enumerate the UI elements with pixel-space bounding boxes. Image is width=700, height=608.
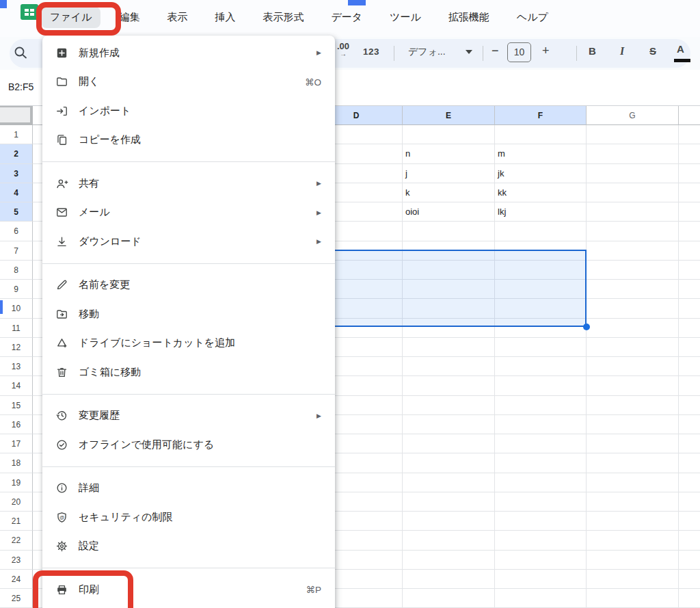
row-header-11[interactable]: 11 [0,319,33,338]
row-header-19[interactable]: 19 [0,473,33,492]
cell[interactable] [679,144,700,163]
menu-item-details[interactable]: 詳細 [42,474,335,503]
row-header-24[interactable]: 24 [0,570,33,589]
menu-item-mail[interactable]: メール▶ [42,198,335,228]
row-header-2[interactable]: 2 [0,144,33,163]
cell-G6[interactable] [587,222,679,241]
font-size-input[interactable]: 10 [507,42,531,62]
cell-G22[interactable] [587,531,679,550]
cell-F6[interactable] [495,222,587,241]
font-size-decrease-button[interactable]: − [492,44,499,58]
cell-F25[interactable] [495,589,587,608]
cell-E22[interactable] [403,531,495,550]
row-header-16[interactable]: 16 [0,415,33,434]
cell[interactable] [679,183,700,202]
menu-item-settings[interactable]: 設定 [42,532,335,561]
cell-F1[interactable] [495,125,587,144]
cell-G13[interactable] [587,357,679,376]
bold-button[interactable]: B [589,45,596,57]
menubar-item-extensions[interactable]: 拡張機能 [440,7,498,28]
cell-F21[interactable] [495,512,587,531]
row-header-7[interactable]: 7 [0,241,33,261]
menubar-item-data[interactable]: データ [322,7,371,28]
cell[interactable] [679,512,700,531]
menubar-item-edit[interactable]: 編集 [110,7,148,28]
name-box[interactable]: B2:F5 [8,81,33,92]
cell-F4[interactable]: kk [495,183,587,202]
cell-E18[interactable] [403,453,495,473]
cell[interactable] [679,299,700,318]
cell-F5[interactable]: lkj [495,202,587,222]
cell[interactable] [679,434,700,453]
cell-G20[interactable] [587,492,679,512]
cell-G18[interactable] [587,453,679,473]
menubar-item-format[interactable]: 表示形式 [254,7,312,28]
cell[interactable] [679,453,700,473]
select-all-corner[interactable] [0,106,33,125]
cell-G4[interactable] [587,183,679,202]
number-format-button[interactable]: 123 [363,47,379,57]
cell-E6[interactable] [403,222,495,241]
cell[interactable] [679,222,700,241]
column-header[interactable] [679,106,700,125]
cell[interactable] [679,241,700,261]
menu-item-drive-shortcut[interactable]: ドライブにショートカットを追加 [42,329,335,358]
row-header-3[interactable]: 3 [0,164,33,183]
row-header-18[interactable]: 18 [0,453,33,473]
cell-E19[interactable] [403,473,495,492]
cell-E14[interactable] [403,376,495,395]
row-header-9[interactable]: 9 [0,280,33,299]
cell-E2[interactable]: n [403,144,495,163]
row-header-17[interactable]: 17 [0,434,33,453]
cell-G11[interactable] [587,319,679,338]
cell-E1[interactable] [403,125,495,144]
menu-item-offline[interactable]: オフラインで使用可能にする [42,430,335,460]
menu-item-share[interactable]: 共有▶ [42,169,335,198]
cell-F20[interactable] [495,492,587,512]
row-header-20[interactable]: 20 [0,492,33,512]
cell-E21[interactable] [403,512,495,531]
cell-E12[interactable] [403,338,495,357]
cell[interactable] [679,338,700,357]
cell-F24[interactable] [495,570,587,589]
cell-G14[interactable] [587,376,679,395]
row-header-10[interactable]: 10 [0,299,33,318]
menu-item-print[interactable]: 印刷⌘P [42,575,335,605]
cell-E13[interactable] [403,357,495,376]
cell-F18[interactable] [495,453,587,473]
menu-item-trash[interactable]: ゴミ箱に移動 [42,358,335,387]
cell-E23[interactable] [403,551,495,570]
menu-item-copy[interactable]: コピーを作成 [42,126,335,155]
font-size-increase-button[interactable]: + [542,44,550,58]
cell-G1[interactable] [587,125,679,144]
cell-E16[interactable] [403,415,495,434]
cell-F15[interactable] [495,396,587,415]
menubar-item-view[interactable]: 表示 [158,7,196,28]
italic-button[interactable]: I [620,45,624,57]
cell[interactable] [679,319,700,338]
row-header-6[interactable]: 6 [0,222,33,241]
cell[interactable] [679,551,700,570]
cell-G17[interactable] [587,434,679,453]
cell-F23[interactable] [495,551,587,570]
cell[interactable] [679,589,700,608]
cell[interactable] [679,570,700,589]
row-header-15[interactable]: 15 [0,396,33,415]
cell-F2[interactable]: m [495,144,587,163]
cell[interactable] [679,261,700,280]
cell-F3[interactable]: jk [495,164,587,183]
menubar-item-help[interactable]: ヘルプ [508,7,557,28]
row-header-21[interactable]: 21 [0,512,33,531]
strikethrough-button[interactable]: S [649,45,656,57]
cell[interactable] [679,376,700,395]
cell-G15[interactable] [587,396,679,415]
cell-E15[interactable] [403,396,495,415]
cell-G19[interactable] [587,473,679,492]
menu-item-new[interactable]: 新規作成▶ [42,38,335,68]
row-header-14[interactable]: 14 [0,376,33,395]
cell-G25[interactable] [587,589,679,608]
cell-E5[interactable]: oioi [403,202,495,222]
cell-F14[interactable] [495,376,587,395]
cell-G10[interactable] [587,299,679,318]
fill-handle[interactable] [583,323,590,330]
